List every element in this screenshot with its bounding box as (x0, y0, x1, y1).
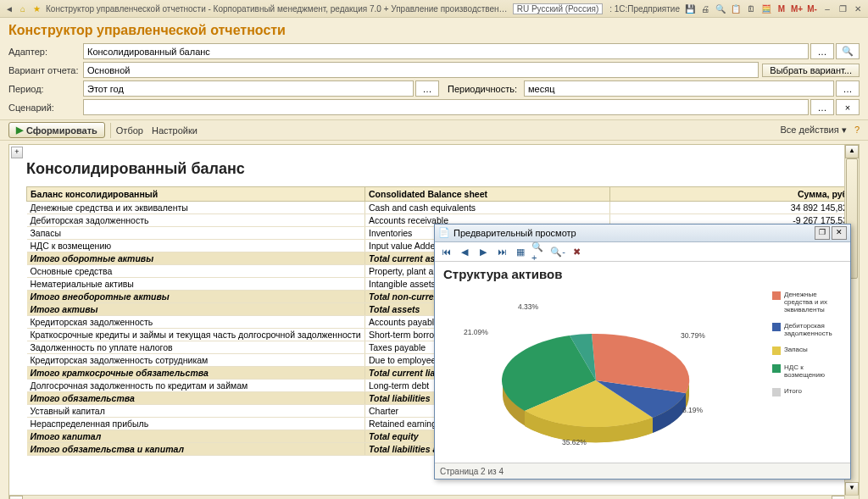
cell-ru: Уставный капитал (27, 405, 365, 418)
pie-label-5: 30.79% (681, 331, 705, 340)
preview-max-button[interactable]: ❐ (815, 226, 830, 240)
variant-input[interactable]: Основной (83, 62, 759, 78)
preview-doc-icon: 📄 (438, 227, 450, 239)
titlebar: ◄ ⌂ ★ Конструктор управленческой отчетно… (0, 0, 868, 18)
legend-swatch (772, 364, 781, 373)
expand-button[interactable]: + (11, 147, 23, 158)
pie-label-4: 8.19% (682, 406, 703, 414)
copy-icon[interactable]: 📋 (729, 2, 743, 15)
m-icon[interactable]: M (775, 2, 788, 15)
preview-toolbar: ⏮ ◀ ▶ ⏭ ▦ 🔍+ 🔍- ✖ (435, 242, 850, 262)
nav-prev-icon[interactable]: ◀ (457, 244, 472, 259)
periodicity-input[interactable]: месяц (524, 80, 834, 97)
cell-ru: Денежные средства и их эквиваленты (27, 202, 365, 214)
cell-ru: Запасы (27, 227, 365, 240)
favorite-icon[interactable]: ★ (31, 3, 42, 14)
page-title: Конструктор управленческой отчетности (0, 18, 868, 42)
period-label: Период: (8, 84, 83, 94)
cell-ru: Кредиторская задолженность (27, 316, 365, 329)
scenario-input[interactable] (83, 99, 809, 115)
adapter-open-btn[interactable]: 🔍 (836, 43, 860, 59)
scroll-up-icon[interactable]: ▲ (845, 145, 859, 158)
form-area: Адаптер: Консолидированный баланс … 🔍 Ва… (0, 42, 868, 119)
report-title: Консолидированный баланс (26, 160, 852, 178)
scroll-corner (844, 495, 859, 499)
preview-close-icon[interactable]: ✖ (569, 244, 584, 259)
cell-ru: Задолженность по уплате налогов (27, 341, 365, 354)
legend-swatch (772, 323, 781, 331)
period-select-btn[interactable]: … (415, 80, 439, 97)
calendar-icon[interactable]: 🗓 (744, 2, 758, 15)
save-icon[interactable]: 💾 (683, 2, 697, 15)
preview-title: Предварительный просмотр (453, 228, 813, 238)
scroll-right-icon[interactable]: ► (832, 496, 845, 499)
cell-ru: Нераспределенная прибыль (27, 418, 365, 430)
legend-item: Запасы (772, 346, 845, 355)
cell-ru: Итого обязательства (27, 392, 365, 405)
horizontal-scrollbar[interactable]: ◄ ► (9, 495, 845, 499)
preview-body: Структура активов (435, 262, 850, 470)
variant-label: Вариант отчета: (8, 65, 83, 75)
cell-amount: 34 892 145,82 (610, 202, 852, 214)
calc-icon[interactable]: 🧮 (760, 2, 773, 15)
cell-ru: Итого обязательства и капитал (27, 443, 365, 456)
close-icon[interactable]: ✕ (851, 2, 865, 15)
nav-last-icon[interactable]: ⏭ (494, 244, 509, 259)
preview-close-button[interactable]: ✕ (832, 226, 847, 240)
separator (110, 123, 111, 138)
preview-icon[interactable]: 🔍 (714, 2, 727, 15)
cell-ru: НДС к возмещению (27, 240, 365, 252)
nav-first-icon[interactable]: ⏮ (438, 244, 453, 259)
adapter-select-btn[interactable]: … (810, 43, 834, 59)
app-name: : 1С:Предприятие (609, 4, 680, 14)
legend-item: Денежные средства и их эквиваленты (772, 291, 845, 313)
legend-label: НДС к возмещению (784, 363, 845, 379)
help-icon: ? (854, 125, 860, 135)
legend-swatch (772, 388, 781, 396)
scenario-clear-btn[interactable]: × (836, 99, 860, 115)
back-icon[interactable]: ◄ (3, 3, 15, 14)
scroll-down-icon[interactable]: ▼ (845, 482, 859, 496)
adapter-input[interactable]: Консолидированный баланс (83, 43, 809, 59)
nav-next-icon[interactable]: ▶ (476, 244, 491, 259)
all-actions-button[interactable]: Все действия ▾ ? (780, 125, 860, 136)
period-input[interactable]: Этот год (83, 80, 414, 97)
legend-item: Итого (772, 387, 845, 396)
cell-ru: Итого активы (27, 303, 365, 316)
preview-status: Страница 2 из 4 (435, 463, 850, 479)
col-ru: Баланс консолидированный (27, 187, 365, 202)
chart-title: Структура активов (443, 267, 843, 281)
minimize-icon[interactable]: – (821, 2, 834, 15)
adapter-label: Адаптер: (8, 47, 83, 57)
home-icon[interactable]: ⌂ (17, 3, 29, 14)
form-button[interactable]: ▶Сформировать (8, 122, 105, 138)
cell-ru: Долгосрочная задолженность по кредитам и… (27, 380, 365, 392)
cell-ru: Основные средства (27, 265, 365, 278)
m-plus-icon[interactable]: M+ (790, 2, 804, 15)
settings-button[interactable]: Настройки (152, 125, 198, 136)
zoom-in-icon[interactable]: 🔍+ (531, 244, 547, 259)
scroll-left-icon[interactable]: ◄ (9, 496, 23, 499)
preview-titlebar[interactable]: 📄 Предварительный просмотр ❐ ✕ (435, 225, 850, 242)
legend-item: НДС к возмещению (772, 363, 845, 379)
page-setup-icon[interactable]: ▦ (513, 244, 528, 259)
legend-swatch (772, 347, 781, 355)
maximize-icon[interactable]: ❐ (836, 2, 849, 15)
filter-button[interactable]: Отбор (116, 125, 143, 136)
cell-ru: Итого капитал (27, 430, 365, 443)
choose-variant-button[interactable]: Выбрать вариант... (762, 64, 860, 77)
window-title: Конструктор управленческой отчетности - … (46, 4, 509, 14)
col-amount: Сумма, руб (610, 187, 852, 202)
table-row[interactable]: Денежные средства и их эквивалентыCash a… (27, 202, 852, 214)
cell-ru: Кредиторская задолженность сотрудникам (27, 354, 365, 367)
print-icon[interactable]: 🖨 (698, 2, 712, 15)
scenario-label: Сценарий: (8, 103, 83, 113)
language-selector[interactable]: RU Русский (Россия) (513, 3, 604, 14)
toolbar: ▶Сформировать Отбор Настройки Все действ… (0, 119, 868, 141)
periodicity-select-btn[interactable]: … (836, 80, 860, 97)
m-minus-icon[interactable]: M- (805, 2, 819, 15)
scenario-select-btn[interactable]: … (810, 99, 834, 115)
zoom-out-icon[interactable]: 🔍- (550, 244, 565, 259)
legend-label: Денежные средства и их эквиваленты (784, 291, 845, 313)
cell-ru: Краткосрочные кредиты и займы и текущая … (27, 329, 365, 341)
